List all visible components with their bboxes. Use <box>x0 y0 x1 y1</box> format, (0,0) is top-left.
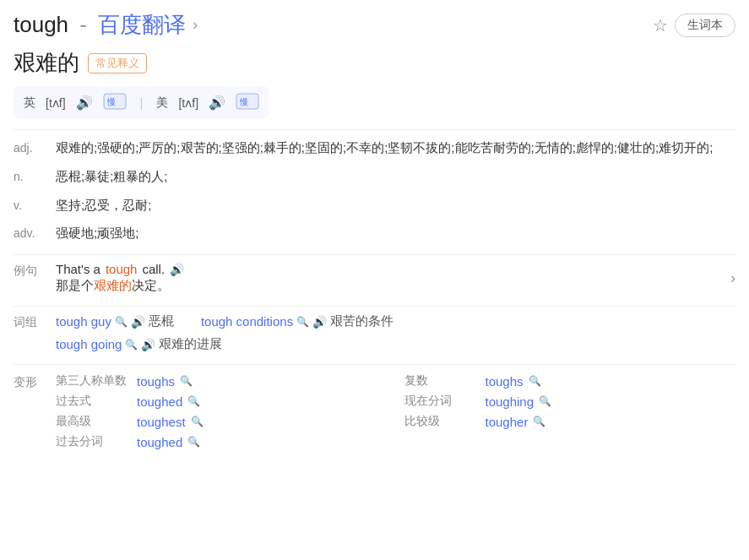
wordgroup-section: 词组 tough guy 🔍 🔊 恶棍 tough conditions 🔍 🔊… <box>14 313 735 352</box>
inflect-search-icon-2[interactable]: 🔍 <box>529 375 541 387</box>
pronunciation-row: 英 [tʌf] 🔊 慢 | 美 [tʌf] 🔊 慢 <box>14 86 269 119</box>
pos-adj: adj. <box>14 137 56 159</box>
inflect-word-plural[interactable]: toughs <box>486 374 524 389</box>
wg-sound-icon-2[interactable]: 🔊 <box>312 315 327 329</box>
def-text-v: 坚持;忍受，忍耐; <box>56 194 735 216</box>
wordgroup-row: 词组 tough guy 🔍 🔊 恶棍 tough conditions 🔍 🔊… <box>14 313 735 352</box>
wordgroup-items: tough guy 🔍 🔊 恶棍 tough conditions 🔍 🔊 艰苦… <box>56 313 735 352</box>
def-row-n: n. 恶棍;暴徒;粗暴的人; <box>14 166 735 188</box>
en-slow-sound-icon[interactable]: 慢 <box>103 93 127 112</box>
inflect-type-comparative: 比较级 <box>404 414 480 429</box>
inflect-word-third[interactable]: toughs <box>137 374 175 389</box>
example-zh-after: 决定。 <box>132 278 170 292</box>
divider-1 <box>14 129 735 130</box>
word-title: tough <box>14 12 68 37</box>
en-ipa: [tʌf] <box>46 96 66 110</box>
inflect-title-row: 变形 第三人称单数 toughs 🔍 复数 toughs 🔍 过去式 tough… <box>14 373 735 449</box>
def-row-adj: adj. 艰难的;强硬的;严厉的;艰苦的;坚强的;棘手的;坚固的;不幸的;坚韧不… <box>14 137 735 159</box>
inflect-search-icon-1[interactable]: 🔍 <box>180 375 193 387</box>
inflect-label: 变形 <box>14 373 56 390</box>
inflect-word-past[interactable]: toughed <box>137 394 182 409</box>
example-row: 例句 That's a tough call. 🔊 那是个艰难的决定。 › <box>14 262 735 294</box>
inflect-word-past-participle[interactable]: toughed <box>137 435 182 449</box>
def-row-adv: adv. 强硬地;顽强地; <box>14 222 735 244</box>
inflect-item-present-participle: 现在分词 toughing 🔍 <box>404 394 736 409</box>
inflect-item-superlative: 最高级 toughest 🔍 <box>56 414 388 429</box>
inflect-search-icon-3[interactable]: 🔍 <box>187 395 200 407</box>
inflect-search-icon-4[interactable]: 🔍 <box>539 395 551 407</box>
en-sound-icon[interactable]: 🔊 <box>76 95 93 111</box>
main-word-chinese: 艰难的 <box>14 48 79 78</box>
inflect-word-comparative[interactable]: tougher <box>486 415 529 429</box>
inflect-search-icon-6[interactable]: 🔍 <box>533 416 545 427</box>
wg-search-icon-3[interactable]: 🔍 <box>125 339 138 351</box>
wg-link-toughgoing[interactable]: tough going <box>56 337 122 351</box>
pos-adv: adv. <box>14 222 56 244</box>
example-content: That's a tough call. 🔊 那是个艰难的决定。 <box>56 262 730 294</box>
inflect-item-plural: 复数 toughs 🔍 <box>404 373 736 389</box>
example-zh-before: 那是个 <box>56 278 94 292</box>
inflect-search-icon-7[interactable]: 🔍 <box>187 436 200 448</box>
inflect-type-plural: 复数 <box>404 373 480 389</box>
pos-v: v. <box>14 194 56 216</box>
inflect-word-present-participle[interactable]: toughing <box>486 394 535 409</box>
def-text-adv: 强硬地;顽强地; <box>56 222 735 244</box>
svg-text:慢: 慢 <box>106 97 116 106</box>
inflect-grid: 第三人称单数 toughs 🔍 复数 toughs 🔍 过去式 toughed … <box>56 373 735 449</box>
wg-search-icon-2[interactable]: 🔍 <box>296 316 309 328</box>
pos-n: n. <box>14 166 56 188</box>
inflect-type-third: 第三人称单数 <box>56 373 132 389</box>
inflect-type-superlative: 最高级 <box>56 414 132 429</box>
inflect-item-comparative: 比较级 tougher 🔍 <box>404 414 736 429</box>
common-meaning-badge[interactable]: 常见释义 <box>88 53 147 73</box>
example-sound-icon[interactable]: 🔊 <box>170 263 184 276</box>
header-left: tough - 百度翻译 › <box>14 10 198 40</box>
wg-item-toughgoing: tough going 🔍 🔊 艰难的进展 <box>56 336 222 352</box>
inflect-type-present-participle: 现在分词 <box>404 394 480 409</box>
definitions-section: adj. 艰难的;强硬的;严厉的;艰苦的;坚强的;棘手的;坚固的;不幸的;坚韧不… <box>14 137 735 244</box>
page-title: tough - 百度翻译 <box>14 10 186 40</box>
wg-translation-toughguy: 恶棍 <box>149 313 174 329</box>
wg-sound-icon-1[interactable]: 🔊 <box>131 315 145 329</box>
title-separator: - <box>79 12 87 37</box>
header-right: ☆ 生词本 <box>653 14 735 37</box>
example-zh: 那是个艰难的决定。 <box>56 278 730 294</box>
divider-4 <box>14 364 735 365</box>
pron-divider: | <box>140 95 144 110</box>
wg-search-icon-1[interactable]: 🔍 <box>115 316 128 328</box>
example-en-after: call. <box>142 262 165 276</box>
divider-3 <box>14 306 735 307</box>
zh-ipa: [tʌf] <box>178 96 198 110</box>
def-row-v: v. 坚持;忍受，忍耐; <box>14 194 735 216</box>
wg-translation-toughconditions: 艰苦的条件 <box>330 313 393 329</box>
inflect-search-icon-5[interactable]: 🔍 <box>191 416 204 427</box>
def-text-n: 恶棍;暴徒;粗暴的人; <box>56 166 735 188</box>
vocab-button[interactable]: 生词本 <box>675 14 735 37</box>
wg-sound-icon-3[interactable]: 🔊 <box>141 338 155 351</box>
more-examples-arrow[interactable]: › <box>730 269 735 287</box>
zh-slow-sound-icon[interactable]: 慢 <box>236 93 259 112</box>
inflections-section: 变形 第三人称单数 toughs 🔍 复数 toughs 🔍 过去式 tough… <box>14 373 735 449</box>
example-zh-word: 艰难的 <box>94 278 132 292</box>
wg-link-toughguy[interactable]: tough guy <box>56 314 111 329</box>
inflect-word-superlative[interactable]: toughest <box>137 415 186 429</box>
inflect-type-past-participle: 过去分词 <box>56 434 132 449</box>
zh-sound-icon[interactable]: 🔊 <box>209 95 225 111</box>
zh-label: 美 <box>156 95 168 111</box>
svg-text:慢: 慢 <box>239 97 248 106</box>
def-text-adj: 艰难的;强硬的;严厉的;艰苦的;坚强的;棘手的;坚固的;不幸的;坚韧不拔的;能吃… <box>56 137 735 159</box>
inflect-type-past: 过去式 <box>56 394 132 409</box>
inflect-item-past-participle: 过去分词 toughed 🔍 <box>56 434 388 449</box>
example-en-before: That's a <box>56 262 100 276</box>
wordgroup-label: 词组 <box>14 313 56 330</box>
main-word-row: 艰难的 常见释义 <box>14 48 735 78</box>
star-icon[interactable]: ☆ <box>653 15 668 35</box>
en-label: 英 <box>24 95 35 111</box>
wg-link-toughconditions[interactable]: tough conditions <box>201 314 293 329</box>
wg-item-toughguy: tough guy 🔍 🔊 恶棍 <box>56 313 174 329</box>
main-word-section: 艰难的 常见释义 英 [tʌf] 🔊 慢 | 美 [tʌf] 🔊 慢 <box>14 48 735 119</box>
example-en-word: tough <box>106 262 138 276</box>
example-en: That's a tough call. 🔊 <box>56 262 730 276</box>
site-name: 百度翻译 <box>98 12 186 37</box>
inflect-item-third: 第三人称单数 toughs 🔍 <box>56 373 388 389</box>
